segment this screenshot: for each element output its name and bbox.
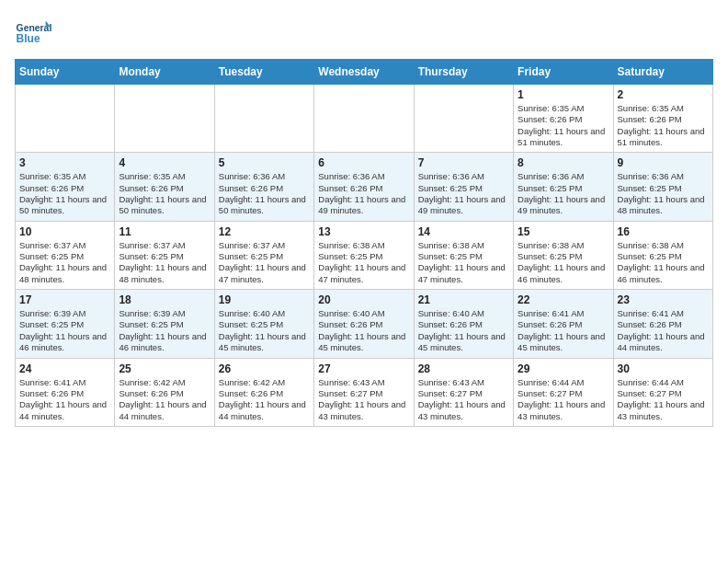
calendar-cell — [214, 85, 313, 153]
day-detail: Sunrise: 6:36 AM Sunset: 6:25 PM Dayligh… — [418, 171, 509, 216]
calendar-cell: 11Sunrise: 6:37 AM Sunset: 6:25 PM Dayli… — [115, 221, 214, 289]
day-number: 3 — [19, 156, 110, 169]
calendar-cell: 30Sunrise: 6:44 AM Sunset: 6:27 PM Dayli… — [613, 358, 712, 426]
calendar-cell: 21Sunrise: 6:40 AM Sunset: 6:26 PM Dayli… — [414, 290, 513, 358]
day-number: 21 — [418, 293, 509, 306]
calendar-cell: 13Sunrise: 6:38 AM Sunset: 6:25 PM Dayli… — [314, 221, 414, 289]
calendar-cell: 20Sunrise: 6:40 AM Sunset: 6:26 PM Dayli… — [314, 290, 414, 358]
calendar-cell: 24Sunrise: 6:41 AM Sunset: 6:26 PM Dayli… — [16, 358, 115, 426]
day-number: 23 — [618, 293, 709, 306]
day-detail: Sunrise: 6:38 AM Sunset: 6:25 PM Dayligh… — [318, 240, 409, 285]
day-detail: Sunrise: 6:36 AM Sunset: 6:26 PM Dayligh… — [219, 171, 310, 216]
day-detail: Sunrise: 6:39 AM Sunset: 6:25 PM Dayligh… — [119, 308, 210, 353]
day-number: 8 — [518, 156, 609, 169]
day-detail: Sunrise: 6:44 AM Sunset: 6:27 PM Dayligh… — [518, 377, 609, 422]
day-number: 18 — [119, 293, 210, 306]
day-detail: Sunrise: 6:38 AM Sunset: 6:25 PM Dayligh… — [618, 240, 709, 285]
day-number: 9 — [618, 156, 709, 169]
day-number: 19 — [219, 293, 310, 306]
calendar-cell: 8Sunrise: 6:36 AM Sunset: 6:25 PM Daylig… — [514, 153, 613, 221]
day-number: 30 — [618, 362, 709, 375]
day-detail: Sunrise: 6:38 AM Sunset: 6:25 PM Dayligh… — [418, 240, 509, 285]
calendar-cell: 17Sunrise: 6:39 AM Sunset: 6:25 PM Dayli… — [16, 290, 115, 358]
calendar-cell: 10Sunrise: 6:37 AM Sunset: 6:25 PM Dayli… — [16, 221, 115, 289]
day-detail: Sunrise: 6:40 AM Sunset: 6:26 PM Dayligh… — [418, 308, 509, 353]
weekday-header-wednesday: Wednesday — [314, 60, 414, 85]
calendar-cell: 5Sunrise: 6:36 AM Sunset: 6:26 PM Daylig… — [214, 153, 313, 221]
day-number: 1 — [518, 88, 609, 101]
calendar-cell: 23Sunrise: 6:41 AM Sunset: 6:26 PM Dayli… — [613, 290, 712, 358]
calendar-cell — [16, 85, 115, 153]
calendar-cell: 14Sunrise: 6:38 AM Sunset: 6:25 PM Dayli… — [414, 221, 513, 289]
calendar-cell: 3Sunrise: 6:35 AM Sunset: 6:26 PM Daylig… — [16, 153, 115, 221]
day-detail: Sunrise: 6:35 AM Sunset: 6:26 PM Dayligh… — [19, 171, 110, 216]
calendar-cell: 2Sunrise: 6:35 AM Sunset: 6:26 PM Daylig… — [613, 85, 712, 153]
weekday-header-sunday: Sunday — [16, 60, 115, 85]
calendar-cell: 28Sunrise: 6:43 AM Sunset: 6:27 PM Dayli… — [414, 358, 513, 426]
logo: General Blue — [15, 15, 55, 52]
calendar-cell: 29Sunrise: 6:44 AM Sunset: 6:27 PM Dayli… — [514, 358, 613, 426]
calendar-cell: 27Sunrise: 6:43 AM Sunset: 6:27 PM Dayli… — [314, 358, 414, 426]
day-number: 16 — [618, 225, 709, 238]
day-number: 14 — [418, 225, 509, 238]
day-number: 11 — [119, 225, 210, 238]
page-header: General Blue — [15, 15, 713, 52]
day-detail: Sunrise: 6:39 AM Sunset: 6:25 PM Dayligh… — [19, 308, 110, 353]
day-number: 5 — [219, 156, 310, 169]
calendar-week-row: 10Sunrise: 6:37 AM Sunset: 6:25 PM Dayli… — [16, 221, 713, 289]
day-number: 29 — [518, 362, 609, 375]
day-number: 17 — [19, 293, 110, 306]
day-detail: Sunrise: 6:36 AM Sunset: 6:26 PM Dayligh… — [318, 171, 409, 216]
calendar-cell: 6Sunrise: 6:36 AM Sunset: 6:26 PM Daylig… — [314, 153, 414, 221]
calendar-cell — [314, 85, 414, 153]
calendar-week-row: 3Sunrise: 6:35 AM Sunset: 6:26 PM Daylig… — [16, 153, 713, 221]
weekday-header-saturday: Saturday — [613, 60, 712, 85]
day-number: 26 — [219, 362, 310, 375]
calendar-header-row: SundayMondayTuesdayWednesdayThursdayFrid… — [16, 60, 713, 85]
day-detail: Sunrise: 6:36 AM Sunset: 6:25 PM Dayligh… — [518, 171, 609, 216]
day-detail: Sunrise: 6:42 AM Sunset: 6:26 PM Dayligh… — [219, 377, 310, 422]
calendar-cell: 7Sunrise: 6:36 AM Sunset: 6:25 PM Daylig… — [414, 153, 513, 221]
calendar-cell: 1Sunrise: 6:35 AM Sunset: 6:26 PM Daylig… — [514, 85, 613, 153]
weekday-header-monday: Monday — [115, 60, 214, 85]
calendar-week-row: 24Sunrise: 6:41 AM Sunset: 6:26 PM Dayli… — [16, 358, 713, 426]
day-number: 20 — [318, 293, 409, 306]
calendar-week-row: 1Sunrise: 6:35 AM Sunset: 6:26 PM Daylig… — [16, 85, 713, 153]
day-number: 6 — [318, 156, 409, 169]
day-detail: Sunrise: 6:35 AM Sunset: 6:26 PM Dayligh… — [618, 103, 709, 148]
day-detail: Sunrise: 6:40 AM Sunset: 6:26 PM Dayligh… — [318, 308, 409, 353]
day-detail: Sunrise: 6:41 AM Sunset: 6:26 PM Dayligh… — [618, 308, 709, 353]
day-number: 13 — [318, 225, 409, 238]
weekday-header-tuesday: Tuesday — [214, 60, 313, 85]
calendar-cell: 4Sunrise: 6:35 AM Sunset: 6:26 PM Daylig… — [115, 153, 214, 221]
calendar-cell: 16Sunrise: 6:38 AM Sunset: 6:25 PM Dayli… — [613, 221, 712, 289]
day-detail: Sunrise: 6:41 AM Sunset: 6:26 PM Dayligh… — [19, 377, 110, 422]
calendar-week-row: 17Sunrise: 6:39 AM Sunset: 6:25 PM Dayli… — [16, 290, 713, 358]
day-number: 28 — [418, 362, 509, 375]
calendar-cell: 9Sunrise: 6:36 AM Sunset: 6:25 PM Daylig… — [613, 153, 712, 221]
calendar-cell: 26Sunrise: 6:42 AM Sunset: 6:26 PM Dayli… — [214, 358, 313, 426]
day-detail: Sunrise: 6:44 AM Sunset: 6:27 PM Dayligh… — [618, 377, 709, 422]
day-detail: Sunrise: 6:37 AM Sunset: 6:25 PM Dayligh… — [19, 240, 110, 285]
day-number: 25 — [119, 362, 210, 375]
day-detail: Sunrise: 6:36 AM Sunset: 6:25 PM Dayligh… — [618, 171, 709, 216]
day-detail: Sunrise: 6:43 AM Sunset: 6:27 PM Dayligh… — [318, 377, 409, 422]
day-number: 27 — [318, 362, 409, 375]
day-detail: Sunrise: 6:38 AM Sunset: 6:25 PM Dayligh… — [518, 240, 609, 285]
calendar-cell — [414, 85, 513, 153]
day-detail: Sunrise: 6:37 AM Sunset: 6:25 PM Dayligh… — [119, 240, 210, 285]
day-detail: Sunrise: 6:35 AM Sunset: 6:26 PM Dayligh… — [119, 171, 210, 216]
weekday-header-friday: Friday — [514, 60, 613, 85]
day-detail: Sunrise: 6:40 AM Sunset: 6:25 PM Dayligh… — [219, 308, 310, 353]
day-number: 15 — [518, 225, 609, 238]
day-detail: Sunrise: 6:41 AM Sunset: 6:26 PM Dayligh… — [518, 308, 609, 353]
day-detail: Sunrise: 6:35 AM Sunset: 6:26 PM Dayligh… — [518, 103, 609, 148]
calendar-cell: 18Sunrise: 6:39 AM Sunset: 6:25 PM Dayli… — [115, 290, 214, 358]
day-number: 24 — [19, 362, 110, 375]
day-number: 22 — [518, 293, 609, 306]
day-detail: Sunrise: 6:42 AM Sunset: 6:26 PM Dayligh… — [119, 377, 210, 422]
day-number: 10 — [19, 225, 110, 238]
calendar-cell: 12Sunrise: 6:37 AM Sunset: 6:25 PM Dayli… — [214, 221, 313, 289]
weekday-header-thursday: Thursday — [414, 60, 513, 85]
day-number: 2 — [618, 88, 709, 101]
